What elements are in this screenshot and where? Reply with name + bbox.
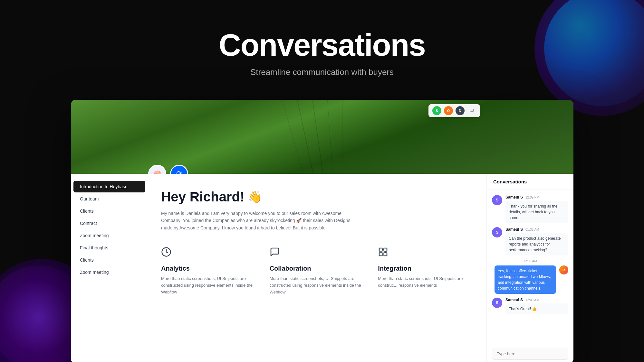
collaboration-desc: More than static screenshots, UI Snippet…: [270, 275, 365, 295]
page-subtitle: Streamline communication with buyers: [0, 67, 644, 77]
sidebar-item-zoom-2[interactable]: Zoom meeting: [73, 266, 145, 278]
sidebar: Introduction to Heybase Our team Clients…: [71, 174, 148, 362]
greeting-emoji: 👋: [248, 190, 262, 204]
collaboration-icon: [270, 247, 283, 260]
app-container: S O D 🪷 ⟳ Introduction to Heybase Our te…: [71, 100, 573, 362]
feature-card-collaboration: Collaboration More than static screensho…: [270, 247, 365, 295]
conversations-panel: Conversations S Sameul S 12:09 PM Thank …: [486, 174, 573, 362]
type-here-input[interactable]: [492, 348, 568, 360]
sidebar-item-our-team[interactable]: Our team: [73, 193, 145, 205]
msg-time-2: 01:32 AM: [525, 228, 539, 231]
message-row-1: S Sameul S 12:09 PM Thank you for sharin…: [492, 195, 568, 223]
avatar-clover: 🪷: [148, 165, 166, 174]
msg-time-4: 12:09 AM: [525, 298, 539, 302]
message-row-2: S Sameul S 01:32 AM Can the product also…: [492, 227, 568, 255]
feature-cards: Analytics More than static screenshots, …: [161, 247, 474, 295]
conversations-header: Conversations: [487, 174, 573, 190]
msg-sender-1: Sameul S: [505, 195, 523, 200]
toolbar-avatar-s: S: [432, 106, 441, 115]
integration-icon: [378, 247, 391, 260]
integration-title: Integration: [378, 265, 474, 272]
msg-timestamp-center: 12:09 AM: [492, 259, 568, 263]
msg-sender-4: Sameul S: [505, 298, 523, 302]
sidebar-item-contract[interactable]: Contract: [73, 218, 145, 229]
msg-content-3: Yes, It also offers ticket tracking, aut…: [495, 265, 556, 294]
toolbar-avatar-d: D: [456, 106, 465, 115]
main-content: Hey Richard! 👋 My name is Daniela and I …: [148, 174, 486, 362]
header-section: Conversations Streamline communication w…: [0, 0, 644, 97]
integration-desc: More than static screenshots, UI Snippet…: [378, 275, 474, 289]
msg-avatar-2: S: [492, 227, 502, 237]
toolbar-chat-button[interactable]: [467, 106, 476, 115]
msg-content-2: Sameul S 01:32 AM Can the product also g…: [505, 227, 568, 255]
content-area: Introduction to Heybase Our team Clients…: [71, 174, 573, 362]
page-title: Conversations: [0, 29, 644, 61]
msg-bubble-4: That's Great! 👍: [505, 303, 568, 314]
svg-rect-2: [384, 248, 387, 251]
msg-sender-2: Sameul S: [505, 227, 523, 232]
msg-meta-1: Sameul S 12:09 PM: [505, 195, 568, 200]
avatar-blue: ⟳: [170, 165, 188, 174]
toolbar-right: S O D: [428, 104, 480, 117]
leaf-line-4: [342, 100, 342, 164]
msg-bubble-3: Yes, It also offers ticket tracking, aut…: [495, 265, 556, 294]
analytics-title: Analytics: [161, 265, 257, 272]
hero-banner: S O D 🪷 ⟳: [71, 100, 573, 174]
msg-content-4: Sameul S 12:09 AM That's Great! 👍: [505, 298, 568, 314]
feature-card-integration: Integration More than static screenshots…: [378, 247, 474, 295]
banner-avatars: 🪷 ⟳: [148, 165, 188, 174]
svg-rect-4: [379, 253, 382, 256]
main-description: My name is Daniela and I am very happy t…: [161, 210, 361, 231]
sidebar-item-clients-1[interactable]: Clients: [73, 205, 145, 217]
main-greeting: Hey Richard! 👋: [161, 189, 474, 205]
sidebar-item-clients-2[interactable]: Clients: [73, 254, 145, 266]
leaf-texture: [71, 100, 573, 174]
conversations-body: S Sameul S 12:09 PM Thank you for sharin…: [487, 190, 573, 344]
type-here-area: [487, 344, 573, 362]
msg-meta-2: Sameul S 01:32 AM: [505, 227, 568, 232]
message-row-3: Yes, It also offers ticket tracking, aut…: [492, 265, 568, 294]
collaboration-title: Collaboration: [270, 265, 365, 272]
sidebar-item-zoom-1[interactable]: Zoom meeting: [73, 230, 145, 241]
sidebar-item-introduction[interactable]: Introduction to Heybase: [73, 181, 145, 192]
msg-bubble-2: Can the product also generate reports an…: [505, 233, 568, 255]
analytics-icon: [161, 247, 174, 260]
feature-card-analytics: Analytics More than static screenshots, …: [161, 247, 257, 295]
svg-rect-1: [379, 248, 382, 251]
msg-content-1: Sameul S 12:09 PM Thank you for sharing …: [505, 195, 568, 223]
msg-time-1: 12:09 PM: [525, 196, 539, 199]
msg-meta-4: Sameul S 12:09 AM: [505, 298, 568, 302]
msg-avatar-4: S: [492, 298, 502, 308]
analytics-desc: More than static screenshots, UI Snippet…: [161, 275, 257, 295]
msg-avatar-1: S: [492, 195, 502, 205]
msg-bubble-1: Thank you for sharing all the details, w…: [505, 201, 568, 223]
sidebar-item-final-thoughts[interactable]: Final thoughts: [73, 242, 145, 254]
message-row-4: S Sameul S 12:09 AM That's Great! 👍: [492, 298, 568, 314]
toolbar-avatar-o: O: [444, 106, 453, 115]
svg-rect-3: [384, 253, 387, 256]
user-avatar-right: R: [559, 265, 568, 274]
